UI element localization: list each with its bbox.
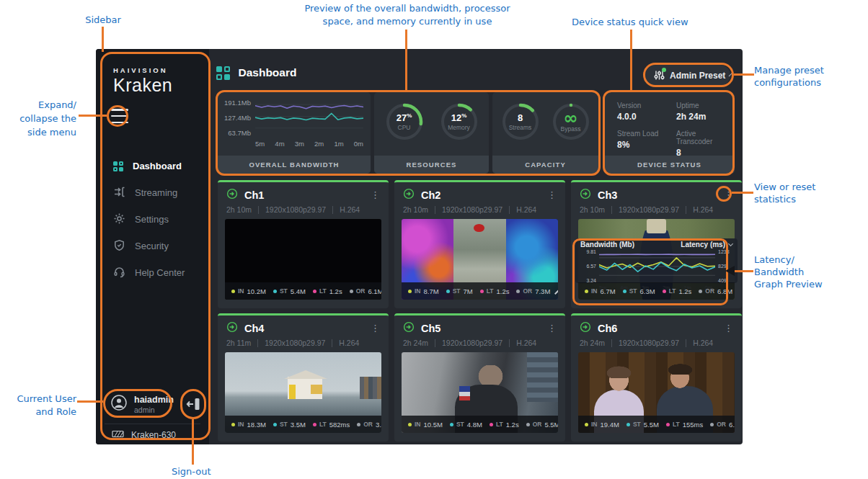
streams-icon <box>113 186 125 200</box>
card-caption: RESOURCES <box>374 156 489 174</box>
annotation-arrow-latency <box>725 266 735 276</box>
sidebar-item-help-center[interactable]: Help Center <box>96 259 209 286</box>
stream-preview: IN8.7M ST7M LT1.2s OR7.3M <box>402 219 558 300</box>
preset-label: Admin Preset <box>670 71 725 81</box>
stream-active-icon <box>580 321 591 336</box>
channel-meta: 2h 24m1920x1080p29.97H.264 <box>394 336 565 352</box>
channel-name: Ch2 <box>421 189 440 201</box>
annotation-label-current-user: Current Userand Role <box>6 393 76 418</box>
chevron-down-icon[interactable] <box>728 241 733 246</box>
y-tick: 191.1Mb <box>218 99 251 107</box>
kebab-menu-icon[interactable]: ⋮ <box>371 191 380 200</box>
app-screenshot: HAIVISION Kraken Dashboard Streaming Set… <box>96 49 743 444</box>
gear-icon <box>113 212 125 227</box>
menu-toggle-icon[interactable] <box>111 109 128 123</box>
annotation-label-manage-preset: Manage presetconfigurations <box>754 64 824 89</box>
brand-haivision: HAIVISION <box>113 66 172 74</box>
sidebar-item-security[interactable]: Security <box>96 233 209 259</box>
channel-card-ch4[interactable]: Ch4 ⋮ 2h 11m1920x1080p29.97H.264 IN18.3M… <box>218 313 389 442</box>
nav-label: Streaming <box>135 187 177 198</box>
streams-gauge: 8Streams <box>500 102 541 142</box>
brand-kraken: Kraken <box>113 75 172 96</box>
stream-active-icon <box>580 188 591 202</box>
kebab-menu-icon[interactable]: ⋮ <box>371 324 380 333</box>
stream-preview: IN19.4M ST5.5M LT155ms OR6.2M <box>578 352 735 433</box>
annotation-label-sign-out: Sign-out <box>172 465 211 478</box>
stream-stats-bar: IN10.2M ST5.4M LT1.2s OR6.1M <box>225 282 381 300</box>
nav-label: Dashboard <box>133 161 182 171</box>
mini-chart <box>599 249 715 284</box>
channel-meta: 2h 10m1920x1080p29.97H.264 <box>571 202 742 218</box>
annotation-label-expand-collapse: Expand/collapse theside menu <box>13 98 76 139</box>
collapse-stats-icon[interactable] <box>554 290 558 295</box>
current-user[interactable]: haiadmin admin <box>110 394 174 414</box>
shield-icon <box>113 239 125 254</box>
documentation-page: HAIVISION Kraken Dashboard Streaming Set… <box>0 0 868 479</box>
kebab-menu-icon[interactable]: ⋮ <box>547 324 557 333</box>
stream-preview: IN10.2M ST5.4M LT1.2s OR6.1M <box>225 219 381 300</box>
stream-stats-bar: IN19.4M ST5.5M LT155ms OR6.2M <box>578 416 735 433</box>
channel-card-ch3[interactable]: Ch3 ⋮ 2h 10m1920x1080p29.97H.264 IN6.7M … <box>571 180 742 308</box>
channel-card-ch2[interactable]: Ch2 ⋮ 2h 10m1920x1080p29.97H.264 IN8.7M … <box>394 180 565 308</box>
channel-name: Ch3 <box>598 189 617 201</box>
capacity-card: 8Streams ∞Bypass CAPACITY <box>492 92 598 174</box>
sidebar-item-dashboard[interactable]: Dashboard <box>96 153 209 179</box>
dashboard-icon <box>216 66 230 80</box>
nav-label: Security <box>135 241 169 251</box>
resources-card: 27%CPU 12%Memory RESOURCES <box>374 92 489 174</box>
field-label: Uptime <box>676 102 729 109</box>
stream-stats-bar: IN8.7M ST7M LT1.2s OR7.3M <box>402 282 558 300</box>
y-tick: 127.4Mb <box>218 114 251 122</box>
latency-bandwidth-graph: Bandwidth (Mb) Latency (ms) 9.816.573.24… <box>575 238 738 283</box>
annotation-label-device-status: Device status quick view <box>572 16 716 28</box>
annotation-line-signout <box>192 419 194 465</box>
channel-card-ch6[interactable]: Ch6 ⋮ 2h 24m1920x1080p29.97H.264 IN19.4M… <box>571 313 742 442</box>
stream-active-icon <box>226 321 238 336</box>
brand-logo: HAIVISION Kraken <box>113 66 172 96</box>
sign-out-icon[interactable] <box>185 395 203 413</box>
device-icon <box>112 430 124 440</box>
sidebar-item-settings[interactable]: Settings <box>96 206 209 233</box>
channel-meta: 2h 10m1920x1080p29.97H.264 <box>218 202 389 218</box>
annotation-line-sidebar <box>102 27 104 52</box>
annotation-line-user <box>77 400 103 403</box>
preset-active-dot <box>662 68 666 72</box>
channel-card-ch1[interactable]: Ch1 ⋮ 2h 10m1920x1080p29.97H.264 IN10.2M… <box>218 180 389 308</box>
sidebar-item-streaming[interactable]: Streaming <box>96 179 209 206</box>
field-label: Stream Load <box>617 130 676 138</box>
infinity-icon: ∞ <box>564 112 578 125</box>
user-role: admin <box>134 406 174 414</box>
device-name-row: Kraken-630 <box>112 430 176 440</box>
annotation-line-preset <box>734 73 754 76</box>
field-label: Version <box>617 102 676 109</box>
device-status-card: Version4.0.0 Uptime2h 24m Stream Load8% … <box>604 92 735 174</box>
card-caption: OVERALL BANDWIDTH <box>218 156 371 174</box>
graph-left-title: Bandwidth (Mb) <box>580 241 634 249</box>
graph-left-axis: 9.816.573.24 <box>580 249 596 284</box>
stream-preview: IN18.3M ST3.5M LT582ms OR3.4M <box>225 352 381 433</box>
bypass-gauge: ∞Bypass <box>551 102 591 142</box>
preset-dropdown-button[interactable]: Admin Preset <box>645 65 730 86</box>
channel-meta: 2h 24m1920x1080p29.97H.264 <box>571 336 742 352</box>
device-name: Kraken-630 <box>131 430 176 440</box>
annotation-line-viewreset <box>732 192 753 194</box>
user-name: haiadmin <box>134 395 174 405</box>
channel-name: Ch5 <box>421 323 440 334</box>
headset-icon <box>113 266 125 280</box>
stream-active-icon <box>403 321 415 336</box>
stream-active-icon <box>226 188 238 202</box>
user-avatar-icon <box>110 394 128 414</box>
channel-name: Ch6 <box>598 323 617 334</box>
field-label: Active Transcoder <box>676 130 729 146</box>
kebab-menu-icon[interactable]: ⋮ <box>724 324 733 333</box>
page-title: Dashboard <box>239 66 297 79</box>
field-value: 4.0.0 <box>617 112 676 122</box>
x-axis: 5m4m3m2m1m0m <box>255 140 363 148</box>
channel-card-ch5[interactable]: Ch5 ⋮ 2h 24m1920x1080p29.97H.264 IN10.5M… <box>394 313 565 442</box>
chevron-down-icon <box>729 72 733 76</box>
kebab-menu-icon[interactable]: ⋮ <box>547 191 557 200</box>
channel-meta: 2h 10m1920x1080p29.97H.264 <box>394 202 565 218</box>
channel-name: Ch4 <box>244 323 264 334</box>
sidebar: HAIVISION Kraken Dashboard Streaming Set… <box>96 49 209 444</box>
annotation-label-sidebar: Sidebar <box>74 14 132 26</box>
